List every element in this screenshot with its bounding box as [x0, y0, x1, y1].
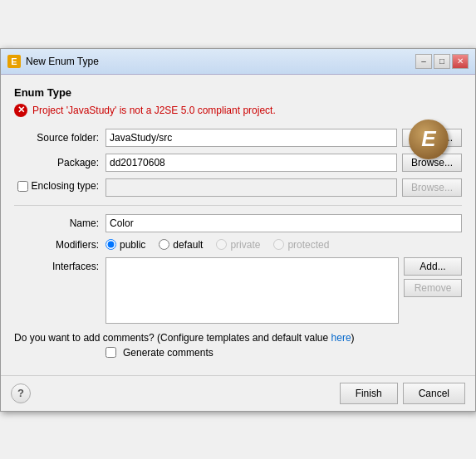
- comment-link[interactable]: here: [331, 332, 351, 344]
- minimize-button[interactable]: –: [415, 54, 432, 69]
- interfaces-label: Interfaces:: [14, 257, 106, 272]
- title-bar-left: E New Enum Type: [7, 55, 99, 68]
- name-row: Name:: [14, 214, 462, 232]
- add-interface-button[interactable]: Add...: [404, 257, 462, 276]
- modifier-private-radio[interactable]: [216, 239, 227, 250]
- title-controls: – □ ✕: [415, 54, 469, 69]
- section-title: Enum Type: [14, 86, 462, 99]
- package-row: Package: Browse...: [14, 154, 462, 172]
- modifier-default[interactable]: default: [159, 239, 203, 251]
- source-folder-input[interactable]: [106, 129, 397, 147]
- name-label: Name:: [14, 217, 106, 229]
- comment-prefix: Do you want to add comments? (Configure …: [14, 332, 331, 344]
- generate-comments-label: Generate comments: [123, 347, 213, 359]
- window-title: New Enum Type: [26, 56, 99, 67]
- enclosing-type-text: Enclosing type:: [32, 180, 99, 192]
- modifier-protected-label: protected: [287, 239, 329, 251]
- modifier-default-label: default: [173, 239, 203, 251]
- name-input[interactable]: [106, 214, 462, 232]
- dialog-window: E New Enum Type – □ ✕ Enum Type ✕ Projec…: [0, 48, 476, 412]
- bottom-buttons: Finish Cancel: [340, 383, 465, 404]
- interfaces-buttons: Add... Remove: [404, 257, 462, 297]
- modifiers-label: Modifiers:: [14, 239, 106, 251]
- modifier-public[interactable]: public: [106, 239, 145, 251]
- dialog-content: Enum Type ✕ Project 'JavaStudy' is not a…: [1, 75, 475, 375]
- cancel-button[interactable]: Cancel: [403, 383, 465, 404]
- enclosing-type-browse-button[interactable]: Browse...: [402, 178, 462, 197]
- package-input[interactable]: [106, 154, 397, 172]
- top-area: Enum Type ✕ Project 'JavaStudy' is not a…: [14, 86, 462, 117]
- interfaces-listbox[interactable]: [106, 257, 399, 324]
- enclosing-type-input[interactable]: [106, 178, 397, 197]
- enclosing-type-label: Enclosing type:: [14, 180, 106, 194]
- package-label: Package:: [14, 157, 106, 168]
- enclosing-type-row: Enclosing type: Browse...: [14, 178, 462, 197]
- comment-section: Do you want to add comments? (Configure …: [14, 332, 462, 359]
- modifier-default-radio[interactable]: [159, 239, 169, 250]
- error-icon: ✕: [14, 104, 27, 117]
- modifier-public-radio[interactable]: [106, 239, 116, 250]
- modifier-protected-radio[interactable]: [273, 239, 284, 250]
- modifier-public-label: public: [120, 239, 145, 251]
- error-row: ✕ Project 'JavaStudy' is not a J2SE 5.0 …: [14, 104, 462, 117]
- title-bar: E New Enum Type – □ ✕: [1, 49, 475, 75]
- enclosing-type-checkbox[interactable]: [17, 181, 28, 192]
- finish-button[interactable]: Finish: [340, 383, 398, 404]
- modifiers-radio-group: public default private protected: [106, 239, 329, 251]
- modifier-protected[interactable]: protected: [273, 239, 329, 251]
- generate-comments-row: Generate comments: [14, 347, 462, 359]
- window-icon: E: [7, 55, 21, 68]
- close-button[interactable]: ✕: [452, 54, 469, 69]
- modifier-private-label: private: [230, 239, 260, 251]
- help-button[interactable]: ?: [11, 383, 31, 403]
- modifiers-row: Modifiers: public default private protec…: [14, 239, 462, 251]
- separator-1: [14, 205, 462, 206]
- comment-suffix: ): [351, 332, 355, 344]
- remove-interface-button[interactable]: Remove: [404, 279, 462, 297]
- enum-logo: E: [409, 120, 449, 159]
- modifier-private[interactable]: private: [216, 239, 260, 251]
- bottom-bar: ? Finish Cancel: [1, 375, 475, 411]
- generate-comments-checkbox[interactable]: [106, 347, 116, 358]
- error-message: Project 'JavaStudy' is not a J2SE 5.0 co…: [32, 105, 276, 116]
- interfaces-section: Interfaces: Add... Remove: [14, 257, 462, 324]
- source-folder-label: Source folder:: [14, 132, 106, 144]
- maximize-button[interactable]: □: [434, 54, 450, 69]
- source-folder-row: Source folder: Browse...: [14, 129, 462, 147]
- comment-text: Do you want to add comments? (Configure …: [14, 332, 462, 344]
